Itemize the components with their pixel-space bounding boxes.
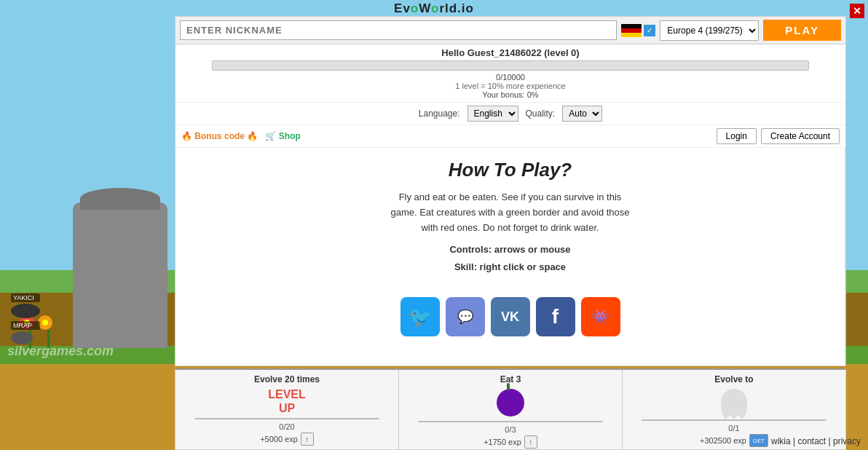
flag-check-icon[interactable]: ✓ — [644, 25, 655, 36]
quest-evolve: Evolve 20 times LEVELUP 0/20 +5000 exp ↑ — [175, 370, 399, 449]
flag-container: ✓ — [621, 24, 655, 37]
action-row-right: Login Create Account — [717, 128, 840, 144]
social-icons-container: 🐦 💬 VK f 👾 — [190, 283, 830, 351]
create-account-button[interactable]: Create Account — [761, 128, 840, 144]
quest-eat-progress: 0/3 — [505, 425, 516, 434]
vk-icon[interactable]: VK — [491, 297, 530, 336]
action-row: 🔥 Bonus code 🔥 🛒 Shop Login Create Accou… — [175, 125, 845, 148]
nickname-input[interactable] — [180, 20, 617, 40]
play-button[interactable]: PLAY — [763, 20, 841, 41]
quest-evolve-bar — [194, 418, 379, 419]
quest-evolve-to-bar — [642, 419, 826, 421]
privacy-link[interactable]: privacy — [833, 436, 861, 446]
quest-eat-exp: +1750 exp — [484, 438, 521, 446]
quest-evolve-to-exp: +302500 exp — [700, 436, 746, 445]
quest-eat-exp-row: +1750 exp ↑ — [484, 435, 537, 449]
footer-links: wikia | contact | privacy — [771, 436, 861, 446]
content-area: How To Play? Fly and eat or be eaten. Se… — [175, 148, 845, 366]
player-area: YAKICI MRAP — [11, 293, 40, 344]
quest-evolve-to-up-button[interactable]: GET — [749, 434, 768, 447]
quest-evolve-exp-row: +5000 exp ↑ — [260, 433, 314, 446]
shop-link[interactable]: 🛒 Shop — [265, 131, 300, 141]
main-panel: ✓ Europe 4 (199/275) PLAY Hello Guest_21… — [175, 16, 846, 366]
left-cliff — [73, 202, 167, 348]
quest-evolve-progress: 0/20 — [279, 422, 294, 431]
xp-bar-container — [212, 60, 810, 71]
berry-icon — [497, 389, 524, 417]
controls-text: Controls: arrows or mouse — [190, 241, 830, 258]
language-label: Language: — [419, 108, 460, 119]
quest-evolve-to-progress: 0/1 — [728, 424, 739, 433]
how-to-play-section: How To Play? Fly and eat or be eaten. Se… — [175, 148, 845, 366]
quest-evolve-title: Evolve 20 times — [254, 374, 320, 384]
login-button[interactable]: Login — [717, 128, 757, 144]
language-select[interactable]: English — [467, 106, 518, 122]
quest-evolve-to-exp-row: +302500 exp GET — [700, 434, 768, 447]
quality-select[interactable]: Auto — [562, 106, 602, 122]
reddit-icon[interactable]: 👾 — [581, 297, 620, 336]
user-greeting: Hello Guest_21486022 (level 0) — [178, 47, 843, 58]
player-name-2: MRAP — [11, 321, 40, 330]
bonus-text: Your bonus: 0% — [178, 90, 843, 99]
top-bar: ✓ Europe 4 (199/275) PLAY — [175, 17, 845, 44]
player-name-1: YAKICI — [11, 293, 40, 302]
contact-link[interactable]: contact — [797, 436, 826, 446]
xp-hint: 1 level = 10% more experience — [178, 82, 843, 90]
wikia-link[interactable]: wikia — [771, 436, 791, 446]
quest-evolve-up-button[interactable]: ↑ — [301, 433, 314, 446]
quest-eat-title: Eat 3 — [500, 374, 521, 384]
skill-text: Skill: right click or space — [190, 258, 830, 275]
user-info-bar: Hello Guest_21486022 (level 0) 0/10000 1… — [175, 44, 845, 103]
quest-eat-creature — [497, 389, 524, 417]
bonus-code-link[interactable]: 🔥 Bonus code 🔥 — [181, 131, 258, 141]
lang-quality-row: Language: English Quality: Auto — [175, 103, 845, 125]
ghost-icon — [721, 389, 747, 415]
close-button[interactable]: ✕ — [850, 4, 864, 18]
twitter-icon[interactable]: 🐦 — [401, 297, 440, 336]
facebook-icon[interactable]: f — [536, 297, 575, 336]
quality-label: Quality: — [526, 108, 556, 119]
quest-eat-bar — [418, 421, 602, 422]
quest-evolve-exp: +5000 exp — [260, 435, 298, 443]
how-to-play-title: How To Play? — [190, 159, 830, 181]
germany-flag — [621, 24, 642, 37]
quests-bar: Evolve 20 times LEVELUP 0/20 +5000 exp ↑… — [175, 368, 846, 450]
quest-eat: Eat 3 0/3 +1750 exp ↑ — [399, 370, 623, 449]
server-select[interactable]: Europe 4 (199/275) — [660, 20, 759, 41]
quest-levelup-text: LEVELUP — [268, 387, 306, 415]
silvergames-watermark: silvergames.com — [7, 344, 114, 359]
how-to-play-description: Fly and eat or be eaten. See if you can … — [190, 190, 830, 235]
site-title: EvoWorld.io — [394, 1, 474, 16]
discord-icon[interactable]: 💬 — [446, 297, 485, 336]
quest-evolve-to-creature — [721, 389, 747, 415]
quest-eat-up-button[interactable]: ↑ — [524, 435, 537, 449]
xp-text: 0/10000 — [178, 73, 843, 82]
quest-evolve-to-title: Evolve to — [714, 374, 753, 384]
